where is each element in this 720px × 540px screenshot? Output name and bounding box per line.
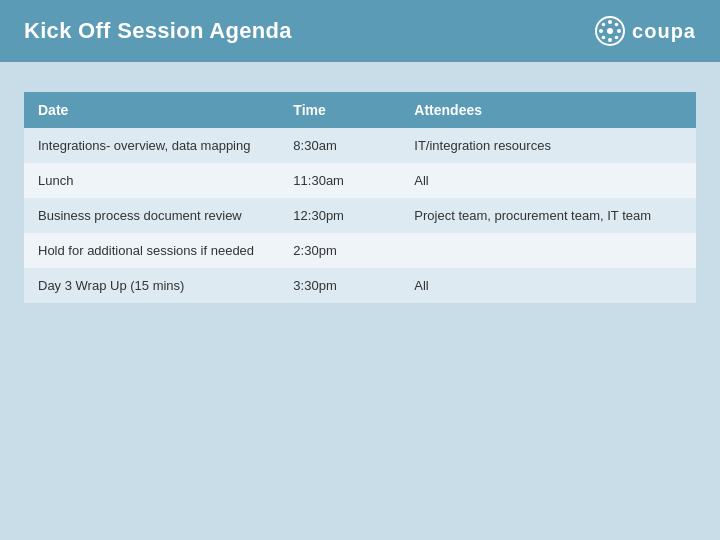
- table-row: Business process document review12:30pmP…: [24, 198, 696, 233]
- logo-text: coupa: [632, 20, 696, 43]
- cell-date: Lunch: [24, 163, 279, 198]
- cell-attendees: [400, 233, 696, 268]
- agenda-table: Date Time Attendees Integrations- overvi…: [24, 92, 696, 303]
- main-content: Date Time Attendees Integrations- overvi…: [0, 62, 720, 327]
- cell-date: Day 3 Wrap Up (15 mins): [24, 268, 279, 303]
- page-title: Kick Off Session Agenda: [24, 18, 292, 44]
- table-header-row: Date Time Attendees: [24, 92, 696, 128]
- cell-time: 12:30pm: [279, 198, 400, 233]
- col-header-attendees: Attendees: [400, 92, 696, 128]
- cell-time: 11:30am: [279, 163, 400, 198]
- table-row: Integrations- overview, data mapping8:30…: [24, 128, 696, 163]
- cell-attendees: Project team, procurement team, IT team: [400, 198, 696, 233]
- svg-point-8: [602, 36, 606, 40]
- page-header: Kick Off Session Agenda coupa: [0, 0, 720, 62]
- svg-point-1: [607, 28, 613, 34]
- svg-point-3: [608, 38, 612, 42]
- col-header-date: Date: [24, 92, 279, 128]
- svg-point-4: [599, 29, 603, 33]
- cell-time: 3:30pm: [279, 268, 400, 303]
- cell-attendees: All: [400, 163, 696, 198]
- cell-date: Business process document review: [24, 198, 279, 233]
- svg-point-5: [617, 29, 621, 33]
- cell-attendees: IT/integration resources: [400, 128, 696, 163]
- table-row: Hold for additional sessions if needed2:…: [24, 233, 696, 268]
- table-row: Lunch11:30amAll: [24, 163, 696, 198]
- table-row: Day 3 Wrap Up (15 mins)3:30pmAll: [24, 268, 696, 303]
- svg-point-9: [615, 36, 619, 40]
- svg-point-7: [615, 23, 619, 27]
- svg-point-6: [602, 23, 606, 27]
- coupa-logo-icon: [594, 15, 626, 47]
- logo-area: coupa: [594, 15, 696, 47]
- cell-time: 2:30pm: [279, 233, 400, 268]
- svg-point-2: [608, 20, 612, 24]
- cell-date: Integrations- overview, data mapping: [24, 128, 279, 163]
- cell-time: 8:30am: [279, 128, 400, 163]
- col-header-time: Time: [279, 92, 400, 128]
- cell-date: Hold for additional sessions if needed: [24, 233, 279, 268]
- cell-attendees: All: [400, 268, 696, 303]
